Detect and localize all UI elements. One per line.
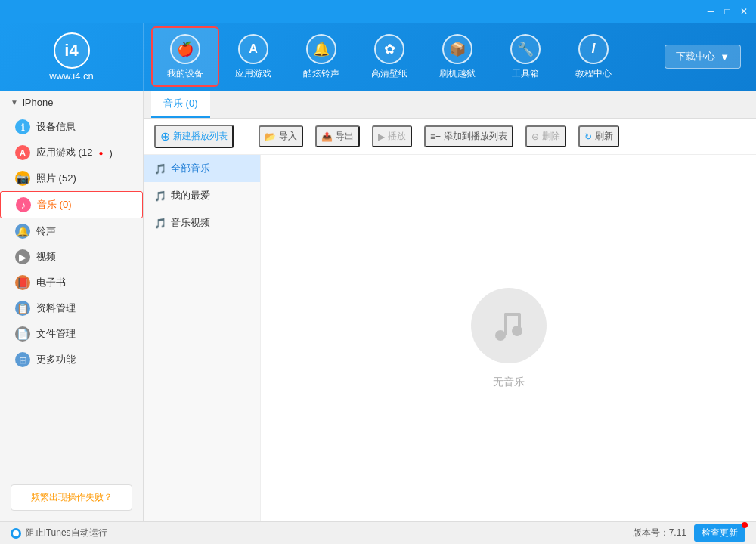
sidebar-item-more-label: 更多功能 bbox=[36, 353, 76, 366]
sidebar-item-file-mgmt-label: 文件管理 bbox=[36, 327, 76, 341]
sidebar-item-apps[interactable]: A 应用游戏 (12 ● ) bbox=[0, 140, 143, 165]
download-label: 下载中心 bbox=[676, 50, 715, 63]
all-music-icon: 🎵 bbox=[154, 163, 166, 175]
apps-icon: A bbox=[238, 34, 268, 64]
window-controls: ─ □ ✕ bbox=[705, 5, 750, 17]
empty-state: 无音乐 bbox=[261, 155, 756, 521]
empty-text: 无音乐 bbox=[493, 376, 525, 389]
toolbar: ⊕ 新建播放列表 📂 导入 📤 导出 ▶ 播放 ≡+ 添加到播放列表 ⊖ bbox=[144, 119, 756, 155]
music-category-favorites[interactable]: 🎵 我的最爱 bbox=[144, 182, 260, 209]
import-icon: 📂 bbox=[265, 131, 276, 142]
svg-point-5 bbox=[13, 530, 19, 536]
sidebar-item-video[interactable]: ▶ 视频 bbox=[0, 244, 143, 270]
content-tab-music[interactable]: 音乐 (0) bbox=[151, 91, 210, 118]
refresh-button[interactable]: ↻ 刷新 bbox=[578, 125, 619, 147]
nav-tab-jailbreak[interactable]: 📦 刷机越狱 bbox=[423, 26, 491, 87]
trouble-button[interactable]: 频繁出现操作失败？ bbox=[11, 484, 132, 511]
logo-icon: i4 bbox=[54, 32, 90, 69]
sidebar-item-more[interactable]: ⊞ 更多功能 bbox=[0, 347, 143, 372]
sidebar-arrow-icon: ▼ bbox=[11, 98, 18, 107]
nav-tab-mydevice-label: 我的设备 bbox=[167, 67, 203, 80]
sidebar-item-ringtones-label: 铃声 bbox=[36, 224, 56, 238]
header-right: 下载中心 ▼ bbox=[665, 45, 756, 69]
favorites-icon: 🎵 bbox=[154, 190, 166, 202]
nav-tab-mydevice[interactable]: 🍎 我的设备 bbox=[151, 26, 219, 87]
sidebar-item-file-mgmt[interactable]: 📄 文件管理 bbox=[0, 321, 143, 347]
favorites-label: 我的最爱 bbox=[171, 189, 210, 202]
mydevice-icon: 🍎 bbox=[170, 34, 200, 64]
music-video-icon: 🎵 bbox=[154, 218, 166, 229]
stop-itunes-label[interactable]: 阻止iTunes自动运行 bbox=[26, 527, 107, 539]
close-button[interactable]: ✕ bbox=[738, 5, 750, 17]
content-tab-bar: 音乐 (0) bbox=[144, 91, 756, 119]
sidebar-item-data-mgmt[interactable]: 📋 资料管理 bbox=[0, 295, 143, 321]
music-note-icon bbox=[471, 288, 547, 363]
nav-tab-tools[interactable]: 🔧 工具箱 bbox=[491, 26, 559, 87]
nav-tab-wallpapers-label: 高清壁纸 bbox=[371, 67, 407, 80]
nav-tabs: 🍎 我的设备 A 应用游戏 🔔 酷炫铃声 ✿ 高清壁纸 📦 刷机越狱 🔧 工具箱… bbox=[144, 23, 665, 91]
svg-rect-3 bbox=[504, 313, 520, 316]
download-center-button[interactable]: 下载中心 ▼ bbox=[665, 45, 741, 69]
music-content: 无音乐 bbox=[261, 155, 756, 521]
new-playlist-button[interactable]: ⊕ 新建播放列表 bbox=[154, 125, 234, 148]
content-inner: 🎵 全部音乐 🎵 我的最爱 🎵 音乐视频 bbox=[144, 155, 756, 521]
nav-tab-apps[interactable]: A 应用游戏 bbox=[219, 26, 287, 87]
device-info-icon: ℹ bbox=[15, 119, 30, 134]
refresh-label: 刷新 bbox=[595, 130, 613, 143]
sidebar-bottom: 频繁出现操作失败？ bbox=[0, 474, 143, 521]
stop-itunes-icon bbox=[11, 528, 21, 539]
play-label: 播放 bbox=[388, 130, 406, 143]
music-video-label: 音乐视频 bbox=[171, 216, 210, 230]
file-mgmt-icon: 📄 bbox=[15, 326, 30, 342]
header: i4 www.i4.cn 🍎 我的设备 A 应用游戏 🔔 酷炫铃声 ✿ 高清壁纸… bbox=[0, 23, 756, 91]
delete-icon: ⊖ bbox=[531, 131, 539, 142]
nav-tab-apps-label: 应用游戏 bbox=[235, 67, 271, 80]
export-button[interactable]: 📤 导出 bbox=[315, 125, 360, 147]
add-to-playlist-label: 添加到播放列表 bbox=[444, 130, 507, 143]
apps-sidebar-icon: A bbox=[15, 145, 30, 160]
maximize-button[interactable]: □ bbox=[721, 5, 733, 17]
new-playlist-icon: ⊕ bbox=[160, 129, 170, 144]
more-icon: ⊞ bbox=[15, 352, 30, 367]
sidebar-item-photos-label: 照片 (52) bbox=[36, 172, 76, 185]
sidebar-device-section: ▼ iPhone bbox=[0, 91, 143, 114]
nav-tab-wallpapers[interactable]: ✿ 高清壁纸 bbox=[355, 26, 423, 87]
sidebar-item-device-info[interactable]: ℹ 设备信息 bbox=[0, 114, 143, 140]
nav-tab-tools-label: 工具箱 bbox=[512, 67, 539, 80]
sidebar-item-ringtones[interactable]: 🔔 铃声 bbox=[0, 218, 143, 244]
sidebar-item-device-info-label: 设备信息 bbox=[36, 120, 76, 134]
play-button[interactable]: ▶ 播放 bbox=[372, 125, 412, 147]
nav-tab-ringtones-label: 酷炫铃声 bbox=[303, 67, 339, 80]
title-bar: ─ □ ✕ bbox=[0, 0, 756, 23]
jailbreak-icon: 📦 bbox=[442, 34, 472, 64]
status-left: 阻止iTunes自动运行 bbox=[11, 527, 107, 539]
add-to-playlist-icon: ≡+ bbox=[430, 131, 441, 142]
sidebar-item-music[interactable]: ♪ 音乐 (0) bbox=[0, 191, 143, 218]
ebook-icon: 📕 bbox=[15, 275, 30, 290]
update-dot-indicator bbox=[742, 522, 748, 528]
import-button[interactable]: 📂 导入 bbox=[259, 125, 303, 147]
nav-tab-ringtones[interactable]: 🔔 酷炫铃声 bbox=[287, 26, 355, 87]
nav-tab-tutorials[interactable]: i 教程中心 bbox=[559, 26, 627, 87]
sidebar-item-photos[interactable]: 📷 照片 (52) bbox=[0, 165, 143, 191]
sidebar-item-video-label: 视频 bbox=[36, 250, 56, 264]
download-icon: ▼ bbox=[720, 51, 730, 63]
add-to-playlist-button[interactable]: ≡+ 添加到播放列表 bbox=[424, 125, 513, 147]
status-right: 版本号：7.11 检查更新 bbox=[633, 524, 745, 542]
video-icon: ▶ bbox=[15, 249, 30, 264]
export-icon: 📤 bbox=[321, 131, 333, 142]
sidebar-item-apps-label: 应用游戏 (12 bbox=[36, 146, 92, 159]
music-category-all[interactable]: 🎵 全部音乐 bbox=[144, 155, 260, 182]
minimize-button[interactable]: ─ bbox=[705, 5, 717, 17]
logo-area: i4 www.i4.cn bbox=[0, 23, 144, 91]
svg-rect-2 bbox=[504, 313, 507, 335]
apps-paren: ) bbox=[109, 147, 112, 159]
export-label: 导出 bbox=[336, 130, 354, 143]
sidebar-item-ebook[interactable]: 📕 电子书 bbox=[0, 270, 143, 295]
check-update-button[interactable]: 检查更新 bbox=[694, 524, 745, 542]
sidebar-item-ebook-label: 电子书 bbox=[36, 276, 66, 289]
delete-button[interactable]: ⊖ 删除 bbox=[525, 125, 566, 147]
stop-icon-svg bbox=[12, 530, 20, 537]
apps-badge: ● bbox=[98, 149, 103, 157]
music-category-video[interactable]: 🎵 音乐视频 bbox=[144, 209, 260, 236]
